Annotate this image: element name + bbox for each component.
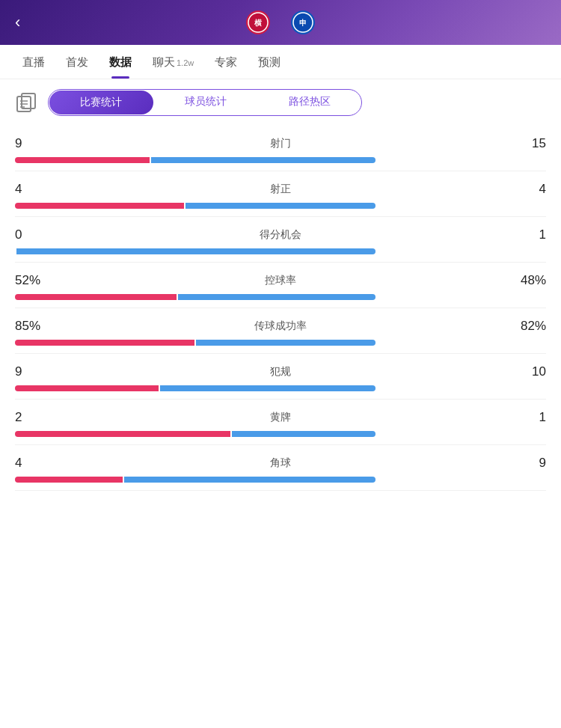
stat-bars — [15, 431, 546, 437]
stat-label: 控球率 — [52, 274, 509, 287]
stat-row: 0 得分机会 1 — [15, 217, 546, 263]
bar-left — [15, 157, 150, 163]
stat-header: 9 射门 15 — [15, 136, 546, 151]
stat-left-value: 4 — [15, 456, 52, 471]
tab-live[interactable]: 直播 — [12, 45, 55, 79]
stat-label: 射门 — [52, 137, 509, 150]
bar-right — [196, 340, 375, 346]
stat-right-value: 10 — [509, 364, 546, 379]
match-header: ‹ 横 申 — [0, 0, 561, 45]
tab-predict[interactable]: 预测 — [248, 45, 291, 79]
stat-left-value: 52% — [15, 273, 52, 288]
stat-right-value: 82% — [509, 319, 546, 334]
tabs-nav: 直播 首发 数据 聊天1.2w 专家 预测 — [0, 45, 561, 79]
stat-header: 4 角球 9 — [15, 456, 546, 471]
stat-left-value: 0 — [15, 227, 52, 242]
stat-left-value: 9 — [15, 136, 52, 151]
bar-right — [178, 294, 375, 300]
tab-chat[interactable]: 聊天1.2w — [142, 45, 204, 79]
sub-tab-match-stats[interactable]: 比赛统计 — [49, 91, 153, 114]
stat-label: 黄牌 — [52, 411, 509, 424]
stat-row: 9 犯规 10 — [15, 354, 546, 400]
stat-label: 射正 — [52, 183, 509, 196]
stat-label: 得分机会 — [52, 228, 509, 242]
sub-tabs-row: 比赛统计 球员统计 路径热区 — [0, 79, 561, 126]
stat-right-value: 1 — [509, 410, 546, 425]
bar-right — [186, 203, 375, 209]
stat-row: 52% 控球率 48% — [15, 263, 546, 308]
stat-label: 角球 — [52, 456, 509, 470]
stat-right-value: 4 — [509, 182, 546, 197]
bar-left — [15, 477, 123, 483]
bar-right — [124, 477, 375, 483]
stat-row: 4 角球 9 — [15, 445, 546, 491]
sub-tab-player-stats[interactable]: 球员统计 — [154, 90, 258, 115]
stat-header: 4 射正 4 — [15, 182, 546, 197]
stats-content: 9 射门 15 4 射正 4 0 得分机会 1 52% 控 — [0, 126, 561, 491]
team-left-logo: 横 — [246, 10, 270, 34]
stat-header: 2 黄牌 1 — [15, 410, 546, 425]
team-right-logo: 申 — [291, 10, 315, 34]
tab-data[interactable]: 数据 — [99, 45, 142, 79]
stat-bars — [15, 248, 546, 254]
tab-lineup[interactable]: 首发 — [55, 45, 99, 79]
bar-left — [15, 203, 184, 209]
stat-left-value: 2 — [15, 410, 52, 425]
copy-icon-button[interactable] — [12, 88, 40, 117]
svg-text:横: 横 — [254, 19, 263, 27]
bar-left — [15, 431, 230, 437]
stat-header: 9 犯规 10 — [15, 364, 546, 379]
bar-right — [16, 248, 375, 254]
stat-row: 4 射正 4 — [15, 171, 546, 217]
stat-bars — [15, 340, 546, 346]
bar-left — [15, 340, 194, 346]
chat-badge: 1.2w — [177, 58, 194, 67]
stat-right-value: 48% — [509, 273, 546, 288]
bar-right — [160, 385, 375, 391]
back-button[interactable]: ‹ — [15, 13, 37, 32]
stat-bars — [15, 294, 546, 300]
stat-left-value: 4 — [15, 182, 52, 197]
stat-bars — [15, 477, 546, 483]
stat-left-value: 9 — [15, 364, 52, 379]
stat-label: 犯规 — [52, 365, 509, 379]
svg-text:申: 申 — [299, 19, 307, 27]
stat-header: 85% 传球成功率 82% — [15, 319, 546, 334]
stat-row: 2 黄牌 1 — [15, 400, 546, 445]
stat-bars — [15, 203, 546, 209]
stat-right-value: 9 — [509, 456, 546, 471]
stat-header: 52% 控球率 48% — [15, 273, 546, 288]
stat-header: 0 得分机会 1 — [15, 227, 546, 242]
match-info: 横 申 — [37, 10, 524, 34]
stat-row: 85% 传球成功率 82% — [15, 308, 546, 354]
stat-right-value: 15 — [509, 136, 546, 151]
stat-left-value: 85% — [15, 319, 52, 334]
tab-expert[interactable]: 专家 — [204, 45, 248, 79]
bar-right — [151, 157, 375, 163]
stat-row: 9 射门 15 — [15, 126, 546, 171]
sub-tab-heatmap[interactable]: 路径热区 — [257, 90, 361, 115]
bar-right — [232, 431, 375, 437]
stat-bars — [15, 157, 546, 163]
bar-left — [15, 294, 177, 300]
stat-right-value: 1 — [509, 227, 546, 242]
sub-tabs-container: 比赛统计 球员统计 路径热区 — [48, 89, 362, 116]
stat-bars — [15, 385, 546, 391]
stat-label: 传球成功率 — [52, 319, 509, 333]
bar-left — [15, 385, 159, 391]
